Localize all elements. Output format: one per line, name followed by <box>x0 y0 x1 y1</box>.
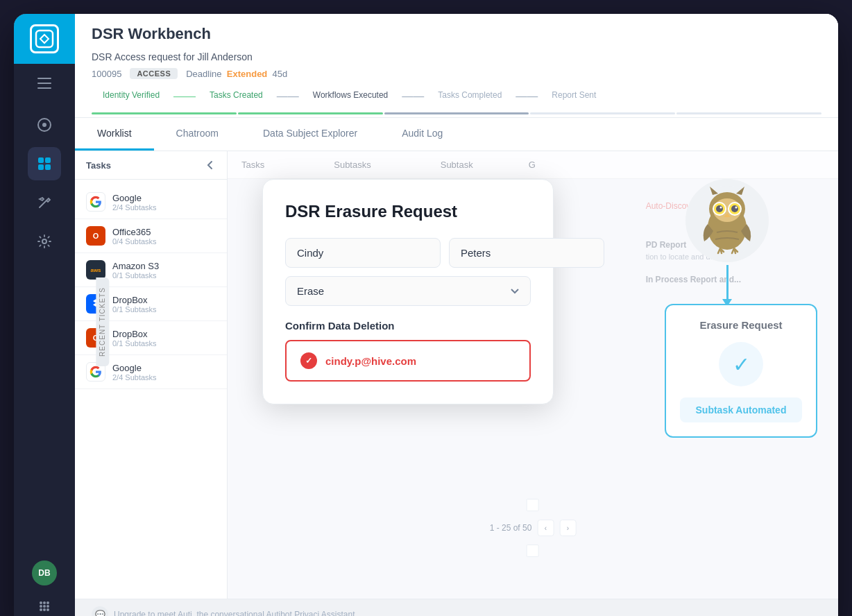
task-info-google-1: Google 2/4 Subtasks <box>112 193 216 212</box>
request-info: DSR Access request for Jill Anderson <box>92 51 821 62</box>
step-identity-verified: Identity Verified <box>92 85 171 108</box>
first-name-input[interactable] <box>285 238 441 268</box>
svg-point-15 <box>43 605 46 608</box>
tabs-bar: Worklist Chatroom Data Subject Explorer … <box>75 118 838 151</box>
workspace: Tasks Subtasks Subtask G Auto-Discovery … <box>228 151 838 599</box>
dsr-form-overlay: DSR Erasure Request Erase Anonymize Expo… <box>228 151 838 599</box>
step-report-sent: Report Sent <box>540 85 607 108</box>
sidebar-item-settings[interactable] <box>28 225 61 258</box>
name-row <box>285 238 531 268</box>
sidebar-logo <box>14 14 75 64</box>
top-header: DSR Workbench DSR Access request for Jil… <box>75 14 838 118</box>
confirm-data-deletion-label: Confirm Data Deletion <box>285 320 531 332</box>
svg-rect-1 <box>37 78 51 79</box>
request-title: DSR Access request for Jill Anderson <box>92 51 253 62</box>
svg-point-10 <box>42 239 46 243</box>
app-logo-icon <box>30 24 59 53</box>
page-title: DSR Workbench <box>92 25 821 43</box>
apps-grid-button[interactable] <box>32 594 57 616</box>
svg-point-5 <box>42 123 46 127</box>
tab-chatroom[interactable]: Chatroom <box>154 118 241 151</box>
task-info-dropbox-1: DropBox 0/1 Subtasks <box>112 295 216 314</box>
task-info-office365: Office365 0/4 Subtasks <box>112 227 216 246</box>
dsr-form-card: DSR Erasure Request Erase Anonymize Expo… <box>262 179 554 404</box>
task-info-google-2: Google 2/4 Subtasks <box>112 363 216 382</box>
svg-rect-8 <box>38 164 44 170</box>
email-confirm-box: ✓ cindy.p@hive.com <box>285 340 531 382</box>
svg-point-14 <box>40 605 42 608</box>
tasks-panel: Tasks Google 2/4 Subtasks <box>75 151 228 599</box>
task-subtasks-google-2: 2/4 Subtasks <box>112 373 216 382</box>
task-name-amazon-s3: Amazon S3 <box>112 261 216 271</box>
progress-seg-5 <box>676 112 821 114</box>
task-item-office365[interactable]: O Office365 0/4 Subtasks <box>75 219 227 253</box>
task-subtasks-dropbox-2: 0/1 Subtasks <box>112 339 216 348</box>
main-content: DSR Workbench DSR Access request for Jil… <box>75 14 838 616</box>
bottom-bar: 💬 Upgrade to meet Auti, the conversation… <box>75 599 838 616</box>
progress-seg-2 <box>238 112 383 114</box>
task-info-amazon-s3: Amazon S3 0/1 Subtasks <box>112 261 216 280</box>
progress-seg-4 <box>530 112 675 114</box>
content-area: Tasks Google 2/4 Subtasks <box>75 151 838 599</box>
sidebar: DB <box>14 14 75 616</box>
office365-icon: O <box>86 226 105 246</box>
request-id: 100095 <box>92 69 121 79</box>
svg-rect-9 <box>45 164 51 170</box>
chat-bubble-icon: 💬 <box>92 606 108 616</box>
svg-point-19 <box>46 608 49 611</box>
task-name-dropbox-1: DropBox <box>112 295 216 305</box>
tasks-panel-header: Tasks <box>75 151 227 180</box>
tab-worklist[interactable]: Worklist <box>75 118 154 151</box>
task-item-google-1[interactable]: Google 2/4 Subtasks <box>75 185 227 219</box>
task-name-google-2: Google <box>112 363 216 373</box>
sidebar-item-dashboard[interactable] <box>28 147 61 180</box>
task-info-dropbox-2: DropBox 0/1 Subtasks <box>112 329 216 348</box>
google-icon-1 <box>86 192 105 212</box>
svg-rect-0 <box>36 31 53 47</box>
menu-toggle-button[interactable] <box>14 69 75 97</box>
task-name-google-1: Google <box>112 193 216 203</box>
svg-point-17 <box>40 608 42 611</box>
deadline-info: Deadline Extended 45d <box>186 69 287 79</box>
action-select[interactable]: Erase Anonymize Export <box>285 276 531 306</box>
task-subtasks-dropbox-1: 0/1 Subtasks <box>112 305 216 314</box>
last-name-input[interactable] <box>449 238 604 268</box>
email-error-icon: ✓ <box>300 352 317 369</box>
progress-seg-1 <box>92 112 237 114</box>
svg-rect-7 <box>45 157 51 163</box>
email-text: cindy.p@hive.com <box>325 355 416 367</box>
tab-data-subject-explorer[interactable]: Data Subject Explorer <box>241 118 380 151</box>
back-arrow-icon[interactable] <box>205 160 216 171</box>
svg-point-12 <box>43 601 46 604</box>
dsr-form-title: DSR Erasure Request <box>285 202 531 221</box>
recent-tickets-tab[interactable]: RECENT TICKETS <box>96 277 109 366</box>
task-name-dropbox-2: DropBox <box>112 329 216 339</box>
svg-point-16 <box>46 605 49 608</box>
task-subtasks-office365: 0/4 Subtasks <box>112 237 216 246</box>
sidebar-item-tools[interactable] <box>28 186 61 219</box>
svg-point-11 <box>40 601 42 604</box>
svg-point-18 <box>43 608 46 611</box>
sidebar-item-home[interactable] <box>28 108 61 142</box>
svg-rect-6 <box>38 157 44 163</box>
bottom-bar-text: Upgrade to meet Auti, the conversational… <box>114 610 357 616</box>
step-tasks-created: Tasks Created <box>198 85 274 108</box>
sidebar-navigation <box>14 108 75 561</box>
tab-audit-log[interactable]: Audit Log <box>380 118 465 151</box>
step-tasks-completed: Tasks Completed <box>427 85 513 108</box>
progress-steps: Identity Verified —— Tasks Created —— Wo… <box>92 85 821 108</box>
task-name-office365: Office365 <box>112 227 216 237</box>
task-subtasks-amazon-s3: 0/1 Subtasks <box>112 271 216 280</box>
progress-seg-3 <box>384 112 529 114</box>
request-type-badge: ACCESS <box>130 68 178 79</box>
svg-point-13 <box>46 601 49 604</box>
svg-rect-2 <box>37 83 51 84</box>
progress-bar <box>92 112 821 114</box>
aws-icon: aws <box>86 260 105 280</box>
svg-rect-3 <box>37 87 51 89</box>
user-avatar[interactable]: DB <box>32 561 57 585</box>
step-workflows-executed: Workflows Executed <box>302 85 400 108</box>
sidebar-bottom: DB <box>32 561 57 616</box>
task-subtasks-google-1: 2/4 Subtasks <box>112 203 216 212</box>
